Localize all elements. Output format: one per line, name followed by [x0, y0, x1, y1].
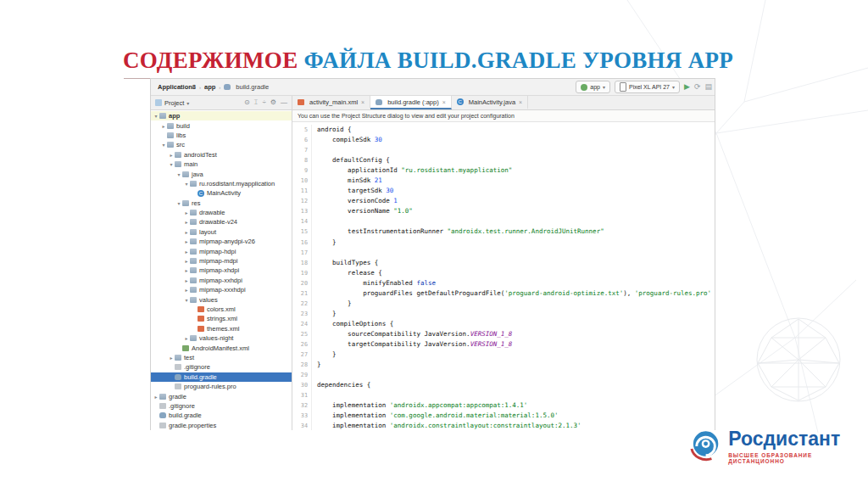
code-editor[interactable]: 5android {6 compileSdk 3078 defaultConfi… [292, 122, 715, 430]
chevron-collapsed-icon[interactable]: ▸ [183, 277, 190, 283]
chevron-collapsed-icon[interactable]: ▸ [183, 287, 190, 293]
scroll-to-source-icon[interactable]: ÷ [262, 99, 265, 106]
run-button[interactable]: ▶ [684, 83, 690, 91]
code-line[interactable]: 14 [292, 216, 715, 227]
tree-item[interactable]: ▾java [151, 169, 292, 178]
code-line[interactable]: 29 [292, 370, 715, 380]
tree-item[interactable]: themes.xml [151, 324, 292, 333]
tree-item[interactable]: ▾main [151, 160, 292, 169]
chevron-collapsed-icon[interactable]: ▸ [168, 355, 175, 361]
code-line[interactable]: 13 versionName "1.0" [292, 206, 715, 216]
tree-item[interactable]: build.gradle [151, 372, 292, 382]
breadcrumb-item[interactable]: Application8 [158, 83, 196, 91]
tree-item[interactable]: ▸mipmap-hdpi [151, 246, 292, 255]
code-line[interactable]: 33 implementation 'com.google.android.ma… [292, 411, 715, 421]
breadcrumb-item[interactable]: build.gradle [236, 83, 269, 91]
code-line[interactable]: 26 targetCompatibility JavaVersion.VERSI… [292, 339, 715, 350]
tree-item[interactable]: ▸drawable-v24 [151, 217, 292, 227]
tree-item[interactable]: colors.xml [151, 305, 292, 314]
project-panel-header[interactable]: Project ▾ ⊙⌶÷⚙— [151, 96, 292, 109]
code-line[interactable]: 34 implementation 'androidx.constraintla… [292, 421, 715, 430]
tree-item[interactable]: gradle.properties [151, 421, 292, 430]
code-line[interactable]: 27 } [292, 350, 715, 360]
tree-item[interactable]: ▾app [151, 111, 292, 120]
tree-item[interactable]: proguard-rules.pro [151, 382, 292, 391]
tree-item[interactable]: ▸mipmap-xhdpi [151, 266, 292, 275]
code-line[interactable]: 31 [292, 390, 715, 400]
chevron-collapsed-icon[interactable]: ▸ [183, 258, 190, 264]
tree-item[interactable]: ▾ru.rosdistant.myapplication [151, 179, 292, 188]
chevron-expanded-icon[interactable]: ▾ [153, 113, 159, 119]
code-line[interactable]: 6 compileSdk 30 [292, 135, 715, 145]
tree-item[interactable]: ▸mipmap-anydpi-v26 [151, 237, 292, 246]
tree-item[interactable]: ▾values [151, 294, 292, 304]
tree-item[interactable]: ▸mipmap-xxhdpi [151, 276, 292, 285]
device-selector[interactable]: Pixel XL API 27 ▾ [615, 81, 680, 93]
tree-item[interactable]: libs [151, 131, 292, 140]
chevron-expanded-icon[interactable]: ▾ [175, 200, 182, 206]
code-line[interactable]: 30dependencies { [292, 380, 715, 390]
code-line[interactable]: 28} [292, 360, 715, 370]
chevron-collapsed-icon[interactable]: ▸ [183, 229, 190, 235]
module-selector[interactable]: app ▾ [576, 81, 610, 93]
code-line[interactable]: 9 applicationId "ru.rosdistant.myapplica… [292, 165, 715, 176]
tree-item[interactable]: ▸mipmap-mdpi [151, 256, 292, 266]
code-line[interactable]: 24 compileOptions { [292, 319, 715, 329]
code-line[interactable]: 10 minSdk 21 [292, 176, 715, 186]
tree-item[interactable]: .gitignore [151, 362, 292, 372]
tree-item[interactable]: .gitignore [151, 401, 292, 411]
editor-tab[interactable]: build.gradle (:app)× [370, 96, 452, 109]
tree-item[interactable]: ▸build [151, 120, 292, 130]
tree-item[interactable]: build.gradle [151, 411, 292, 420]
close-icon[interactable]: × [442, 99, 446, 105]
code-line[interactable]: 16 } [292, 238, 715, 248]
hide-panel-icon[interactable]: — [281, 99, 287, 106]
code-line[interactable]: 8 defaultConfig { [292, 155, 715, 165]
code-line[interactable]: 22 } [292, 299, 715, 309]
chevron-collapsed-icon[interactable]: ▸ [183, 267, 190, 273]
chevron-collapsed-icon[interactable]: ▸ [168, 152, 175, 158]
chevron-expanded-icon[interactable]: ▾ [175, 171, 182, 177]
collapse-all-icon[interactable]: ⌶ [254, 99, 259, 106]
close-icon[interactable]: × [519, 99, 522, 105]
chevron-collapsed-icon[interactable]: ▸ [183, 249, 190, 255]
chevron-expanded-icon[interactable]: ▾ [183, 181, 190, 187]
code-line[interactable]: 32 implementation 'androidx.appcompat:ap… [292, 400, 715, 411]
code-line[interactable]: 17 [292, 248, 715, 258]
code-line[interactable]: 20 minifyEnabled false [292, 278, 715, 288]
chevron-expanded-icon[interactable]: ▾ [168, 161, 175, 167]
chevron-collapsed-icon[interactable]: ▸ [153, 394, 159, 400]
editor-tab[interactable]: activity_main.xml× [292, 96, 370, 109]
tree-item[interactable]: ▸test [151, 353, 292, 362]
code-line[interactable]: 25 sourceCompatibility JavaVersion.VERSI… [292, 329, 715, 339]
settings-icon[interactable]: ⚙ [270, 99, 276, 106]
tree-item[interactable]: AndroidManifest.xml [151, 343, 292, 352]
chevron-collapsed-icon[interactable]: ▸ [183, 219, 190, 225]
locate-file-icon[interactable]: ⊙ [244, 99, 250, 106]
code-line[interactable]: 5android { [292, 125, 715, 135]
code-line[interactable]: 15 testInstrumentationRunner "androidx.t… [292, 227, 715, 237]
tree-item[interactable]: ▸gradle [151, 391, 292, 400]
tree-item[interactable]: ▾src [151, 140, 292, 149]
chevron-collapsed-icon[interactable]: ▸ [183, 335, 190, 341]
rerun-icon[interactable]: ⟳ [694, 83, 701, 91]
chevron-expanded-icon[interactable]: ▾ [160, 142, 167, 148]
code-line[interactable]: 11 targetSdk 30 [292, 186, 715, 196]
code-line[interactable]: 21 proguardFiles getDefaultProguardFile(… [292, 288, 715, 299]
editor-tab[interactable]: CMainActivity.java× [452, 96, 528, 109]
tree-item[interactable]: strings.xml [151, 314, 292, 323]
profiler-icon[interactable]: ▤ [704, 83, 712, 91]
chevron-collapsed-icon[interactable]: ▸ [160, 123, 167, 129]
tree-item[interactable]: ▸drawable [151, 208, 292, 217]
chevron-collapsed-icon[interactable]: ▸ [183, 238, 190, 244]
tree-item[interactable]: ▸androidTest [151, 150, 292, 160]
tree-item[interactable]: ▸layout [151, 227, 292, 237]
tree-item[interactable]: ▸mipmap-xxxhdpi [151, 285, 292, 294]
tree-item[interactable]: CMainActivity [151, 188, 292, 198]
code-line[interactable]: 18 buildTypes { [292, 258, 715, 268]
tree-item[interactable]: ▾res [151, 199, 292, 208]
code-line[interactable]: 19 release { [292, 268, 715, 278]
breadcrumb-item[interactable]: app [204, 83, 215, 91]
code-line[interactable]: 7 [292, 145, 715, 155]
close-icon[interactable]: × [361, 99, 364, 105]
